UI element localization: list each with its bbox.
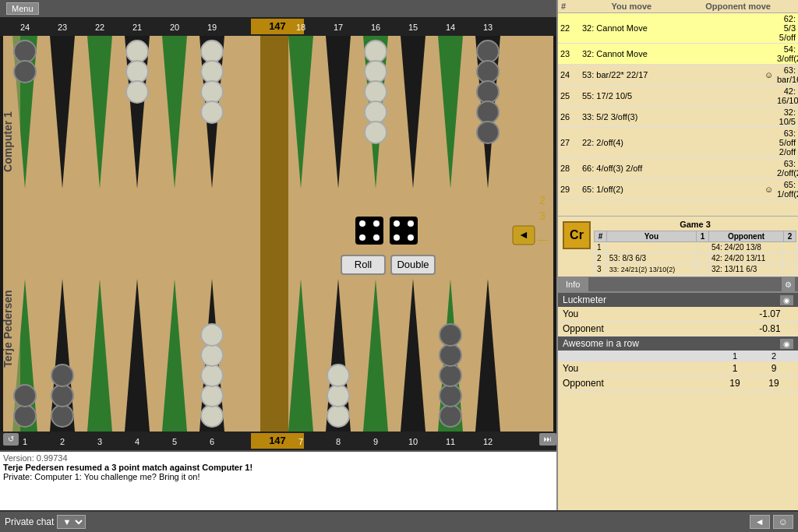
svg-point-33 (14, 41, 36, 62)
game-table-header: # You 1 Opponent 2 (595, 231, 796, 242)
move-row-28[interactable]: 28 66: 4/off(3) 2/off 63: 2/off(2) (558, 158, 798, 179)
emoji-button[interactable]: ☺ (773, 515, 793, 529)
svg-text:15: 15 (408, 23, 418, 32)
info-tab[interactable]: Info (558, 277, 588, 291)
svg-text:8: 8 (336, 437, 341, 446)
svg-point-39 (477, 122, 499, 143)
player-top-label: Computer 1 (2, 111, 14, 172)
svg-text:2: 2 (60, 437, 65, 446)
board-container: Computer 1 Terje Pedersen (0, 17, 556, 450)
svg-point-51 (440, 405, 461, 427)
game-table: # You 1 Opponent 2 1 (594, 231, 796, 275)
awesome-you-val2: 9 (754, 363, 793, 374)
svg-point-72 (373, 220, 380, 227)
svg-point-44 (201, 324, 223, 346)
svg-point-55 (440, 324, 461, 346)
svg-text:1: 1 (23, 437, 27, 446)
svg-text:147: 147 (269, 435, 286, 446)
chat-label: Private chat ▼ (5, 515, 86, 529)
svg-point-63 (365, 122, 387, 143)
svg-point-65 (201, 61, 223, 83)
svg-text:⏭: ⏭ (544, 435, 552, 443)
chat-dropdown[interactable]: ▼ (57, 515, 86, 529)
awesome-opp-val2: 19 (754, 378, 793, 389)
send-button[interactable]: ◄ (750, 515, 770, 529)
move-row-26[interactable]: 26 33: 5/2 3/off(3) 32: 10/5 (558, 107, 798, 128)
svg-point-71 (359, 220, 365, 227)
svg-point-45 (327, 405, 349, 427)
svg-point-40 (201, 405, 223, 427)
svg-text:23: 23 (58, 23, 67, 32)
svg-text:—: — (537, 233, 548, 245)
svg-point-36 (477, 61, 499, 83)
svg-point-76 (394, 220, 400, 227)
svg-point-50 (51, 365, 73, 386)
svg-point-69 (14, 385, 36, 407)
move-row-27[interactable]: 27 22: 2/off(4) 63: 5/off 2/off (558, 128, 798, 158)
move-row-29[interactable]: 29 65: 1/off(2) ☺ 65: 1/off(2) (558, 179, 798, 200)
svg-rect-5 (260, 36, 288, 432)
svg-point-67 (201, 101, 223, 123)
game-title: Game 3 (594, 218, 796, 231)
nav-arrows: ◄ ☺ (750, 515, 793, 529)
move-row-24[interactable]: 24 53: bar/22* 22/17 ☺ 63: bar/16 (558, 65, 798, 86)
cr-badge: Cr (563, 221, 591, 249)
svg-point-43 (201, 344, 223, 366)
board-svg: Computer 1 Terje Pedersen (0, 17, 556, 450)
svg-point-61 (365, 81, 387, 103)
svg-text:3: 3 (97, 437, 102, 446)
move-row-22[interactable]: 22 32: Cannot Move 62: 5/3 5/off (558, 13, 798, 44)
svg-point-52 (440, 385, 461, 407)
svg-point-62 (365, 101, 387, 123)
svg-text:13: 13 (483, 23, 493, 32)
svg-text:10: 10 (408, 437, 418, 446)
info-settings-button[interactable]: ⚙ (782, 277, 795, 291)
svg-point-60 (365, 61, 387, 83)
svg-point-79 (408, 234, 414, 241)
svg-point-66 (201, 81, 223, 103)
move-list-header-opp: Opponent move (704, 2, 798, 11)
info-tab-bar: Info ⚙ (558, 277, 798, 291)
awesome-opp-label: Opponent (563, 378, 715, 389)
game-table-container: Game 3 # You 1 Opponent 2 (594, 218, 796, 275)
luckmeter-toggle[interactable]: ◉ (780, 295, 793, 305)
svg-text:5: 5 (172, 437, 177, 446)
svg-text:12: 12 (483, 437, 493, 446)
svg-point-54 (440, 344, 461, 366)
player-bottom-label: Terje Pedersen (2, 290, 14, 367)
svg-text:19: 19 (207, 23, 217, 32)
svg-point-53 (440, 365, 461, 386)
svg-point-68 (14, 405, 36, 427)
luckmeter-you-label: You (563, 308, 747, 319)
svg-point-73 (359, 234, 365, 241)
svg-point-47 (327, 365, 349, 386)
move-row-25[interactable]: 25 55: 17/2 10/5 42: 16/10 (558, 86, 798, 107)
svg-text:147: 147 (269, 20, 286, 32)
svg-point-34 (14, 61, 36, 83)
awesome-you-label: You (563, 363, 715, 374)
svg-text:14: 14 (446, 23, 455, 32)
svg-text:22: 22 (95, 23, 104, 32)
svg-text:11: 11 (446, 437, 455, 446)
menu-button[interactable]: Menu (6, 2, 39, 15)
awesome-toggle[interactable]: ◉ (780, 339, 793, 349)
svg-text:16: 16 (371, 23, 380, 32)
right-panel: # You move Opponent move 22 32: Cannot M… (556, 0, 798, 510)
svg-text:6: 6 (210, 437, 214, 446)
svg-text:2: 2 (539, 194, 546, 206)
svg-text:3: 3 (539, 210, 546, 222)
status-bar: Version: 0.99734 Terje Pedersen resumed … (0, 450, 556, 510)
luckmeter-you-row: You -1.07 (558, 307, 798, 322)
awesome-you-row: You 1 9 (558, 361, 798, 376)
svg-text:4: 4 (135, 437, 139, 446)
awesome-header-row: 1 2 (558, 351, 798, 361)
svg-point-78 (394, 234, 400, 241)
svg-point-57 (126, 61, 148, 83)
svg-text:7: 7 (298, 437, 303, 446)
resume-text: Terje Pedersen resumed a 3 point match a… (3, 463, 553, 472)
svg-text:↺: ↺ (8, 435, 14, 443)
move-row-23[interactable]: 23 32: Cannot Move 54: 3/off(2) (558, 44, 798, 65)
game-row-3: 3 33: 24/21(2) 13/10(2) 32: 13/11 6/3 (595, 264, 796, 275)
awesome-title: Awesome in a row ◉ (558, 336, 798, 351)
svg-text:20: 20 (170, 23, 179, 32)
